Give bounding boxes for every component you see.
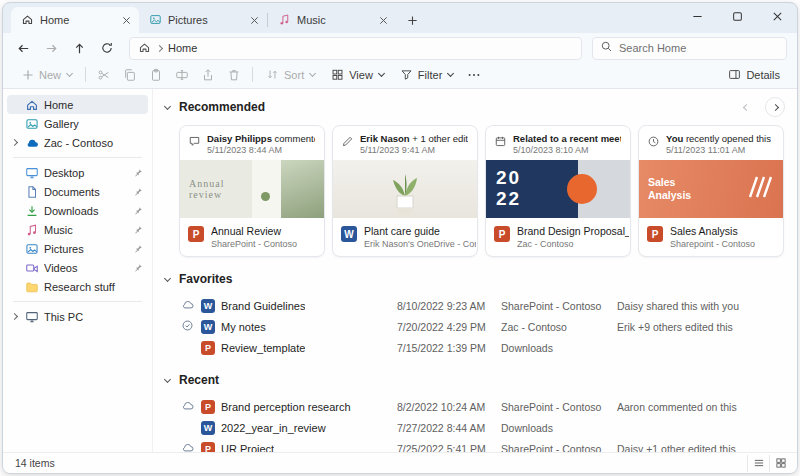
sidebar-item-desktop[interactable]: Desktop: [7, 163, 148, 182]
file-row[interactable]: W 2022_year_in_review 7/27/2022 8:44 AM …: [179, 417, 785, 438]
navigation-bar: Home: [3, 33, 797, 63]
powerpoint-icon: P: [201, 341, 215, 355]
recommended-section-header[interactable]: Recommended: [165, 97, 785, 117]
refresh-button[interactable]: [95, 36, 119, 60]
recommended-card[interactable]: Erik Nason + 1 other edited this 5/11/20…: [332, 125, 478, 257]
file-date: 7/25/2022 5:41 PM: [397, 443, 501, 453]
favorites-rows: W Brand Guidelines 8/10/2022 9:23 AM Sha…: [179, 295, 785, 358]
sidebar-item-research-stuff[interactable]: Research stuff: [7, 277, 148, 296]
music-icon: [24, 223, 39, 237]
sidebar-item-gallery[interactable]: Gallery: [7, 114, 148, 133]
tab-pictures[interactable]: Pictures: [139, 7, 267, 33]
more-options-icon[interactable]: [462, 64, 486, 86]
card-activity: Erik Nason + 1 other edited this: [360, 133, 468, 144]
expand-chevron-icon[interactable]: [10, 314, 19, 319]
cut-icon[interactable]: [92, 64, 116, 86]
carousel-right-icon[interactable]: [765, 97, 785, 117]
file-row[interactable]: W Brand Guidelines 8/10/2022 9:23 AM Sha…: [179, 295, 785, 316]
sidebar-item-label: Music: [44, 224, 126, 236]
file-name: UR Project: [221, 443, 274, 453]
collapse-chevron-icon: [164, 102, 171, 109]
thumbnail-view-icon[interactable]: [769, 455, 791, 472]
file-activity: Erik +9 others edited this: [617, 321, 785, 333]
file-location: SharePoint - Contoso: [501, 300, 617, 312]
sidebar-item-this-pc[interactable]: This PC: [7, 307, 148, 326]
word-icon: W: [201, 320, 215, 334]
carousel-left-icon[interactable]: [736, 97, 756, 117]
file-row[interactable]: W My notes 7/20/2022 4:29 PM Zac - Conto…: [179, 316, 785, 337]
computer-icon: [24, 310, 39, 324]
new-tab-button[interactable]: [400, 10, 424, 30]
recommended-card[interactable]: You recently opened this 5/11/2023 11:01…: [638, 125, 784, 257]
sidebar-item-label: Downloads: [44, 205, 126, 217]
tab-label: Home: [40, 14, 112, 26]
copy-icon[interactable]: [118, 64, 142, 86]
navigation-pane: Home Gallery Zac - Contoso Desktop: [3, 89, 153, 452]
check-circle-icon: [181, 319, 194, 334]
file-location: Downloads: [501, 342, 617, 354]
main-content: Recommended Daisy Philipps commented on.…: [153, 89, 797, 452]
card-date: 5/11/2023 9:41 AM: [360, 145, 468, 155]
file-row[interactable]: P UR Project 7/25/2022 5:41 PM SharePoin…: [179, 438, 785, 452]
recommended-card[interactable]: Daisy Philipps commented on... 5/11/2023…: [179, 125, 325, 257]
tab-close-icon[interactable]: [375, 12, 391, 28]
card-source: Sharepoint - Contoso: [670, 239, 755, 249]
gallery-icon: [24, 117, 39, 131]
home-icon: [24, 98, 39, 112]
sidebar-item-videos[interactable]: Videos: [7, 258, 148, 277]
sidebar-item-music[interactable]: Music: [7, 220, 148, 239]
minimize-button[interactable]: [677, 3, 717, 29]
file-row[interactable]: P Brand perception research 8/2/2022 10:…: [179, 396, 785, 417]
details-button[interactable]: Details: [721, 64, 787, 86]
address-bar[interactable]: Home: [129, 37, 582, 60]
sort-button[interactable]: Sort: [259, 64, 322, 86]
sidebar-item-pictures[interactable]: Pictures: [7, 239, 148, 258]
filter-button[interactable]: Filter: [393, 64, 460, 86]
pin-icon: [131, 263, 144, 273]
share-icon[interactable]: [196, 64, 220, 86]
sidebar-item-onedrive[interactable]: Zac - Contoso: [7, 133, 148, 152]
back-button[interactable]: [11, 36, 35, 60]
tab-close-icon[interactable]: [246, 12, 262, 28]
tab-home[interactable]: Home: [11, 7, 139, 33]
music-icon: [278, 13, 291, 28]
close-button[interactable]: [757, 3, 797, 29]
delete-icon[interactable]: [222, 64, 246, 86]
command-toolbar: New Sort View Filter Details: [3, 63, 797, 89]
card-thumbnail: Annualreview: [180, 160, 324, 218]
search-icon: [600, 39, 613, 57]
comment-icon: [188, 134, 201, 152]
word-icon: W: [201, 299, 215, 313]
file-row[interactable]: P Review_template 7/15/2022 1:39 PM Down…: [179, 337, 785, 358]
document-icon: [24, 185, 39, 199]
card-date: 5/11/2023 8:44 AM: [207, 145, 315, 155]
sidebar-item-label: Pictures: [44, 243, 126, 255]
breadcrumb[interactable]: Home: [168, 42, 197, 54]
file-date: 7/20/2022 4:29 PM: [397, 321, 501, 333]
recent-section-header[interactable]: Recent: [165, 370, 785, 390]
tab-strip: Home Pictures Music: [11, 3, 677, 33]
tab-music[interactable]: Music: [268, 7, 396, 33]
titlebar: Home Pictures Music: [3, 3, 797, 33]
forward-button[interactable]: [39, 36, 63, 60]
recommended-card[interactable]: Related to a recent meeting 5/10/2023 8:…: [485, 125, 631, 257]
expand-chevron-icon[interactable]: [10, 140, 19, 145]
search-input[interactable]: [619, 42, 779, 54]
onedrive-cloud-icon: [24, 136, 39, 150]
cloud-icon: [181, 441, 194, 452]
list-view-icon[interactable]: [747, 455, 769, 472]
folder-icon: [24, 280, 39, 294]
tab-close-icon[interactable]: [118, 12, 134, 28]
favorites-section-header[interactable]: Favorites: [165, 269, 785, 289]
sidebar-item-downloads[interactable]: Downloads: [7, 201, 148, 220]
card-title: Annual Review: [211, 225, 297, 237]
view-button[interactable]: View: [324, 64, 391, 86]
maximize-button[interactable]: [717, 3, 757, 29]
sidebar-item-home[interactable]: Home: [7, 95, 148, 114]
paste-icon[interactable]: [144, 64, 168, 86]
new-button[interactable]: New: [15, 64, 79, 86]
rename-icon[interactable]: [170, 64, 194, 86]
up-button[interactable]: [67, 36, 91, 60]
cloud-icon: [181, 399, 194, 414]
sidebar-item-documents[interactable]: Documents: [7, 182, 148, 201]
